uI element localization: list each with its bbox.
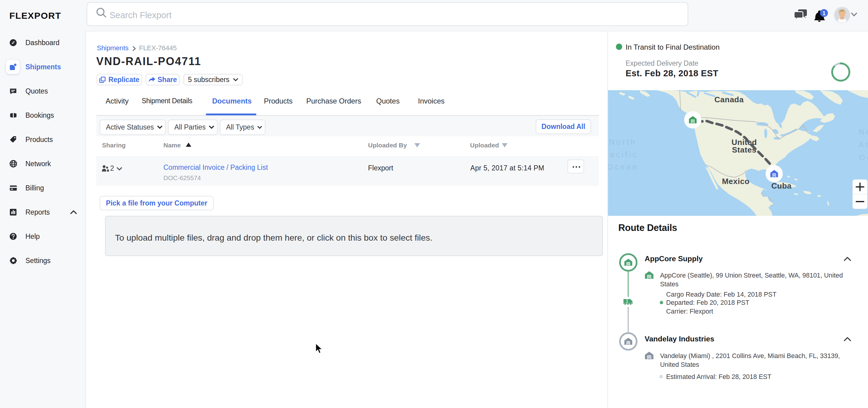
svg-text:North: North [609, 138, 637, 146]
svg-text:Mexico: Mexico [722, 177, 749, 186]
svg-text:Oce: Oce [859, 153, 868, 162]
svg-text:Pacific: Pacific [608, 150, 638, 159]
svg-text:1: 1 [823, 10, 826, 17]
svg-text:Ocean: Ocean [608, 162, 639, 171]
svg-text:Atlan: Atlan [859, 140, 868, 149]
svg-text:Nor: Nor [859, 128, 868, 136]
svg-text:Canada: Canada [715, 95, 744, 104]
svg-text:Cuba: Cuba [771, 181, 792, 190]
